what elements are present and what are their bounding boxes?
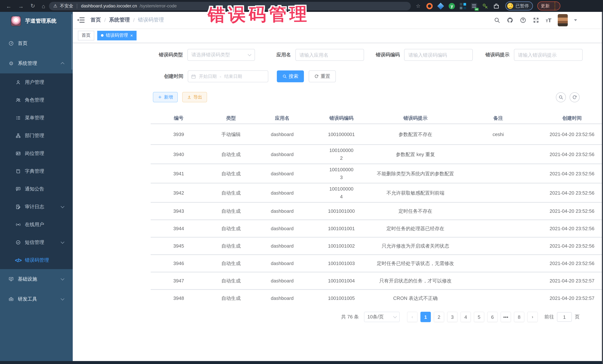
- type-label: 错误码类型: [151, 52, 187, 58]
- code-input[interactable]: [404, 49, 473, 61]
- col-header-code: 错误码编码: [309, 112, 374, 123]
- table-row: 3943 自动生成 dashboard 1001001000 定时任务不存在 2…: [151, 202, 603, 220]
- extension-icon-2[interactable]: [438, 3, 444, 9]
- page-button[interactable]: 5: [474, 312, 484, 322]
- goto-page-input[interactable]: [557, 312, 572, 322]
- app-logo-row[interactable]: 芋道管理系统: [0, 12, 73, 30]
- page-button-active[interactable]: 1: [420, 312, 431, 322]
- sidebar-item-role[interactable]: 角色管理: [0, 91, 73, 109]
- sidebar-item-notice[interactable]: 通知公告: [0, 180, 73, 198]
- message-input[interactable]: [514, 49, 583, 61]
- browser-update-button[interactable]: 更新 ⋮⋮: [537, 1, 560, 10]
- sidebar-item-dept[interactable]: 部门管理: [0, 127, 73, 144]
- table-tools: [556, 92, 580, 102]
- home-icon[interactable]: ⌂: [42, 3, 45, 9]
- sidebar-item-infra[interactable]: 基础设施: [0, 269, 73, 289]
- sidebar-menu: 首页 ⚙ 系统管理 用户管理 角色管理 菜单管理 部门管理 岗位管理 字典管理 …: [0, 33, 73, 309]
- audit-log-icon: [15, 204, 21, 210]
- online-users-icon: [15, 222, 21, 227]
- sidebar-item-user[interactable]: 用户管理: [0, 73, 73, 91]
- tab-error-code[interactable]: 错误码管理 ×: [97, 31, 137, 40]
- user-avatar[interactable]: [558, 14, 568, 26]
- app-logo: [11, 16, 21, 26]
- page-buttons: 123456•••8: [420, 312, 524, 322]
- refresh-table-button[interactable]: [570, 92, 580, 102]
- add-button[interactable]: 新增: [153, 92, 178, 102]
- page-size-select[interactable]: 10条/页: [364, 312, 400, 322]
- close-icon[interactable]: ×: [130, 33, 133, 38]
- help-icon[interactable]: [520, 17, 526, 23]
- dictionary-icon: [15, 169, 21, 174]
- page-content: 错误码类型 请选择错误码类型 应用名 错误码编码 错误码提示 创建时间: [73, 43, 603, 364]
- reset-button[interactable]: 重置: [309, 70, 336, 82]
- search-button-label: 搜索: [289, 73, 298, 80]
- show-search-button[interactable]: [556, 92, 566, 102]
- sidebar-item-audit[interactable]: 审计日志: [0, 198, 73, 216]
- sidebar-item-system[interactable]: ⚙ 系统管理: [0, 53, 73, 73]
- col-header-app: 应用名: [255, 112, 309, 123]
- next-page-button[interactable]: ›: [527, 312, 538, 322]
- export-button[interactable]: 导出: [182, 92, 207, 102]
- browser-menu-icon[interactable]: ⋮⋮: [553, 1, 557, 10]
- page-button[interactable]: 8: [514, 312, 524, 322]
- sidebar-item-online[interactable]: 在线用户: [0, 216, 73, 233]
- reload-icon[interactable]: ↻: [30, 3, 35, 9]
- github-icon[interactable]: [507, 17, 513, 23]
- sidebar-item-dict[interactable]: 字典管理: [0, 162, 73, 180]
- bookmark-star-icon[interactable]: ☆: [416, 3, 420, 9]
- page-ellipsis[interactable]: •••: [500, 312, 511, 322]
- table-toolbar: 新增 导出: [153, 92, 583, 102]
- col-header-time: 创建时间: [539, 112, 603, 123]
- profile-avatar-icon: [507, 3, 513, 9]
- page-button[interactable]: 2: [434, 312, 444, 322]
- breadcrumb-separator: /: [104, 17, 106, 23]
- sidebar-item-post[interactable]: 岗位管理: [0, 144, 73, 162]
- table-header-row: 编号 类型 应用名 错误码编码 错误码提示 备注 创建时间 操作: [151, 112, 603, 123]
- app-name-input[interactable]: [295, 49, 364, 61]
- tab-home[interactable]: 首页: [78, 31, 94, 40]
- table-row: 3947 自动生成 dashboard 1001001004 只有开启状态的任务…: [151, 272, 603, 289]
- sidebar-item-errorcode[interactable]: </> 错误码管理: [0, 251, 73, 269]
- back-icon[interactable]: ←: [6, 3, 12, 9]
- sidebar: 芋道管理系统 首页 ⚙ 系统管理 用户管理 角色管理 菜单管理 部门管理 岗位管…: [0, 12, 73, 364]
- sidebar-item-devtools[interactable]: 研发工具: [0, 289, 73, 309]
- create-time-label: 创建时间: [151, 73, 188, 80]
- font-size-icon[interactable]: TT: [546, 17, 551, 23]
- sidebar-item-home[interactable]: 首页: [0, 33, 73, 53]
- chevron-down-icon[interactable]: [574, 19, 577, 21]
- page-button[interactable]: 4: [461, 312, 471, 322]
- profile-status: 已暂停: [515, 3, 529, 9]
- extension-icon-1[interactable]: [426, 3, 433, 9]
- total-count: 共 76 条: [341, 314, 359, 320]
- prev-page-button[interactable]: ‹: [407, 312, 417, 322]
- extension-icon-3[interactable]: y: [449, 3, 455, 9]
- page-button[interactable]: 6: [487, 312, 498, 322]
- browser-profile-chip[interactable]: 已暂停: [505, 1, 533, 10]
- dashboard-icon: [8, 41, 14, 46]
- address-bar[interactable]: ⚠ 不安全 dashboard.yudao.iocoder.cn/system/…: [49, 2, 411, 10]
- window-scrollbar-edge[interactable]: [602, 12, 603, 364]
- type-select[interactable]: 请选择错误码类型: [187, 49, 255, 61]
- search-button[interactable]: 搜索: [277, 70, 304, 82]
- extension-icon-6[interactable]: [482, 3, 488, 9]
- page-button[interactable]: 3: [447, 312, 458, 322]
- chevron-down-icon: [61, 240, 64, 244]
- extension-icon-4[interactable]: [460, 3, 466, 9]
- reset-button-label: 重置: [321, 73, 330, 80]
- puzzle-icon: [493, 3, 499, 9]
- sidebar-item-sms[interactable]: 短信管理: [0, 233, 73, 251]
- sidebar-scrollbar[interactable]: [71, 14, 72, 70]
- extension-icon-7[interactable]: [493, 3, 499, 9]
- sidebar-item-menu[interactable]: 菜单管理: [0, 109, 73, 127]
- hamburger-icon[interactable]: [78, 17, 85, 22]
- search-icon[interactable]: [494, 17, 500, 23]
- breadcrumb-home[interactable]: 首页: [91, 17, 101, 23]
- extension-icon-5[interactable]: on: [471, 3, 477, 9]
- end-date-placeholder: 结束日期: [224, 73, 242, 79]
- breadcrumb-system[interactable]: 系统管理: [109, 17, 130, 23]
- date-range-picker[interactable]: 开始日期 - 结束日期: [188, 70, 268, 82]
- fullscreen-icon[interactable]: [533, 17, 539, 23]
- extension-icons: y on: [426, 3, 499, 9]
- forward-icon[interactable]: →: [18, 3, 24, 9]
- goto-page: 前往 页: [544, 312, 580, 322]
